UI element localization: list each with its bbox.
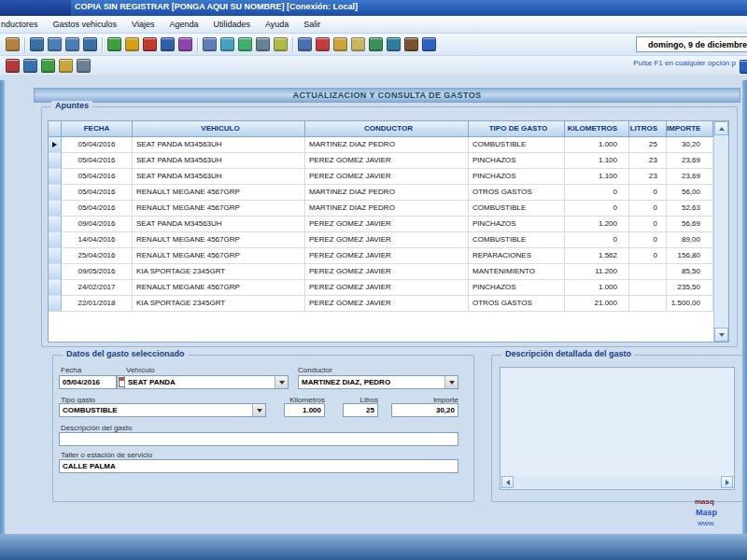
column-header-vehiculo[interactable]: VEHICULO: [133, 121, 305, 137]
expenses-grid[interactable]: FECHAVEHICULOCONDUCTORTIPO DE GASTOKILOM…: [48, 120, 729, 343]
chevron-down-icon[interactable]: [275, 376, 288, 388]
table-cell: 85,50: [667, 264, 713, 280]
tools-icon[interactable]: [402, 35, 420, 53]
menu-item-agenda[interactable]: Agenda: [162, 16, 205, 33]
menu-item-ayuda[interactable]: Ayuda: [258, 16, 296, 33]
table-row[interactable]: 09/04/2016SEAT PANDA M34563UHPEREZ GOMEZ…: [49, 217, 728, 232]
exit-door-icon[interactable]: [4, 35, 21, 53]
last-record-icon[interactable]: [81, 35, 99, 53]
tipo-gasto-dropdown[interactable]: COMBUSTIBLE: [59, 403, 266, 417]
cancel-icon[interactable]: [176, 35, 194, 53]
page-title: ACTUALIZACION Y CONSULTA DE GASTOS: [34, 88, 740, 103]
driver-icon[interactable]: [21, 57, 39, 75]
car-icon[interactable]: [4, 57, 21, 75]
chevron-down-icon[interactable]: [252, 404, 265, 416]
next-record-icon[interactable]: [63, 35, 81, 53]
row-selector-cell: [49, 169, 62, 185]
table-row[interactable]: 25/04/2016RENAULT MEGANE 4567GRPPEREZ GO…: [49, 248, 728, 264]
conductor-value: MARTINEZ DIAZ, PEDRO: [299, 376, 444, 388]
info-icon-glyph: [422, 37, 436, 51]
column-header-tipo-de-gasto[interactable]: TIPO DE GASTO: [469, 121, 565, 137]
email-icon[interactable]: [349, 35, 367, 53]
table-row[interactable]: 24/02/2017RENAULT MEGANE 4567GRPPEREZ GO…: [49, 280, 728, 296]
grid-vertical-scrollbar[interactable]: [713, 121, 728, 342]
report-icon-glyph: [77, 59, 91, 73]
taller-field[interactable]: [59, 459, 458, 473]
prev-record-icon[interactable]: [46, 35, 63, 53]
scroll-down-icon[interactable]: [714, 328, 728, 342]
table-cell: SEAT PANDA M34563UH: [133, 217, 305, 232]
export-icon[interactable]: [385, 35, 402, 53]
menu-item-salir[interactable]: Salir: [296, 16, 328, 33]
table-cell: RENAULT MEGANE 4567GRP: [133, 201, 305, 217]
table-row[interactable]: 22/01/2018KIA SPORTAGE 2345GRTPEREZ GOME…: [49, 296, 728, 312]
menu-item-utilidades[interactable]: Utilidades: [205, 16, 258, 33]
detailed-description-textarea[interactable]: [500, 367, 735, 490]
calendar-icon[interactable]: [314, 35, 331, 53]
print-icon[interactable]: [254, 35, 272, 53]
filter-icon-glyph: [220, 37, 234, 51]
print-preview-icon-glyph: [274, 37, 288, 51]
chevron-down-icon[interactable]: [444, 376, 458, 388]
email-icon-glyph: [351, 37, 365, 51]
grid-body: 05/04/2016SEAT PANDA M34563UHMARTINEZ DI…: [49, 137, 728, 312]
table-cell: 0: [629, 248, 667, 264]
table-cell: KIA SPORTAGE 2345GRT: [133, 264, 305, 280]
litros-field[interactable]: [343, 403, 378, 417]
date-display: domingo, 9 de diciembre: [636, 36, 747, 52]
save-icon[interactable]: [159, 35, 176, 53]
menu-item-nductores[interactable]: nductores: [0, 16, 46, 33]
delete-record-icon[interactable]: [141, 35, 159, 53]
fuel-icon[interactable]: [39, 57, 57, 75]
table-row[interactable]: 05/04/2016RENAULT MEGANE 4567GRPMARTINEZ…: [49, 201, 728, 217]
table-cell: PEREZ GOMEZ JAVIER: [305, 169, 469, 185]
menu-item-gastos-vehiculos[interactable]: Gastos vehiculos: [46, 16, 125, 33]
report-icon[interactable]: [75, 57, 92, 75]
scroll-right-icon[interactable]: [721, 476, 733, 488]
help-icon[interactable]: [738, 58, 747, 76]
fecha-label: Fecha: [61, 366, 81, 374]
refresh-icon[interactable]: [236, 35, 254, 53]
conductor-dropdown[interactable]: MARTINEZ DIAZ, PEDRO: [298, 375, 458, 389]
first-record-icon[interactable]: [28, 35, 46, 53]
importe-field[interactable]: [391, 403, 458, 417]
table-row[interactable]: 09/05/2016KIA SPORTAGE 2345GRTPEREZ GOME…: [49, 264, 728, 280]
print-preview-icon[interactable]: [272, 35, 289, 53]
agenda-icon[interactable]: [57, 57, 75, 75]
menu-item-viajes[interactable]: Viajes: [124, 16, 162, 33]
column-header-importe[interactable]: IMPORTE: [667, 121, 713, 137]
column-header-litros[interactable]: LITROS: [629, 121, 667, 137]
vehiculo-dropdown[interactable]: SEAT PANDA: [124, 375, 289, 389]
descripcion-field[interactable]: [59, 432, 458, 446]
description-horizontal-scrollbar[interactable]: [501, 476, 733, 488]
row-selector-cell: [49, 264, 62, 280]
info-icon[interactable]: [420, 35, 438, 53]
add-record-icon[interactable]: [106, 35, 123, 53]
column-header-kilometros[interactable]: KILOMETROS: [565, 121, 629, 137]
table-row[interactable]: 05/04/2016SEAT PANDA M34563UHPEREZ GOMEZ…: [49, 169, 728, 185]
kilometros-field[interactable]: [284, 403, 325, 417]
filter-icon[interactable]: [218, 35, 236, 53]
chart-icon[interactable]: [367, 35, 385, 53]
notes-icon[interactable]: [331, 35, 349, 53]
table-cell: 05/04/2016: [62, 185, 133, 201]
table-cell: PINCHAZOS: [469, 217, 565, 232]
fecha-field[interactable]: [59, 375, 117, 389]
edit-record-icon[interactable]: [123, 35, 141, 53]
calculator-icon[interactable]: [296, 35, 314, 53]
table-cell: 156,80: [667, 248, 713, 264]
table-row[interactable]: 05/04/2016RENAULT MEGANE 4567GRPMARTINEZ…: [49, 185, 728, 201]
table-cell: 1.100: [565, 169, 629, 185]
column-header-fecha[interactable]: FECHA: [62, 121, 133, 137]
scroll-left-icon[interactable]: [501, 476, 514, 488]
search-icon[interactable]: [201, 35, 218, 53]
brand-link[interactable]: Masp: [696, 508, 717, 517]
table-row[interactable]: 14/04/2016RENAULT MEGANE 4567GRPPEREZ GO…: [49, 232, 728, 248]
table-row[interactable]: 05/04/2016SEAT PANDA M34563UHPEREZ GOMEZ…: [49, 153, 728, 169]
website-link[interactable]: www.: [698, 519, 715, 527]
column-header-conductor[interactable]: CONDUCTOR: [305, 121, 469, 137]
table-row[interactable]: 05/04/2016SEAT PANDA M34563UHMARTINEZ DI…: [49, 137, 728, 153]
help-hint-text: Pulse F1 en cualquier opción p: [603, 59, 736, 67]
brand-small-text: masq: [695, 497, 714, 506]
scroll-up-icon[interactable]: [714, 121, 728, 135]
